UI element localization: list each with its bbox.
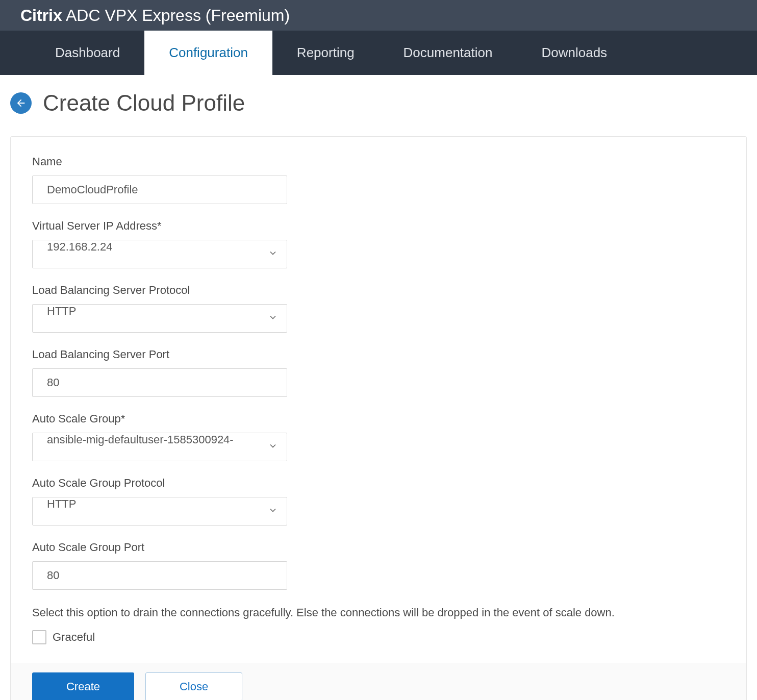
label-graceful: Graceful: [53, 631, 95, 644]
label-name: Name: [32, 155, 725, 168]
close-button[interactable]: Close: [145, 672, 242, 700]
field-lb-port: Load Balancing Server Port: [32, 348, 725, 397]
tab-reporting[interactable]: Reporting: [272, 31, 379, 75]
tab-documentation[interactable]: Documentation: [379, 31, 517, 75]
content-area: Create Cloud Profile Name Virtual Server…: [0, 75, 757, 700]
field-asg-port: Auto Scale Group Port: [32, 541, 725, 590]
brand-rest: ADC VPX Express (Freemium): [62, 6, 290, 24]
label-lb-protocol: Load Balancing Server Protocol: [32, 284, 725, 297]
field-asg-protocol: Auto Scale Group Protocol HTTP: [32, 477, 725, 526]
select-vserver-ip[interactable]: 192.168.2.24: [32, 240, 287, 268]
graceful-hint: Select this option to drain the connecti…: [32, 605, 725, 621]
page-header: Create Cloud Profile: [10, 90, 747, 116]
brand-title: Citrix ADC VPX Express (Freemium): [20, 6, 290, 25]
back-button[interactable]: [10, 92, 32, 114]
field-vserver-ip: Virtual Server IP Address* 192.168.2.24: [32, 219, 725, 268]
tab-configuration[interactable]: Configuration: [144, 31, 272, 75]
field-asg: Auto Scale Group* ansible-mig-defaultuse…: [32, 412, 725, 461]
label-asg: Auto Scale Group*: [32, 412, 725, 426]
select-lb-protocol[interactable]: HTTP: [32, 304, 287, 333]
checkbox-graceful[interactable]: [32, 630, 46, 644]
select-asg-protocol[interactable]: HTTP: [32, 497, 287, 526]
brand-bold: Citrix: [20, 6, 62, 24]
main-nav: Dashboard Configuration Reporting Docume…: [0, 31, 757, 75]
form-container: Name Virtual Server IP Address* 192.168.…: [10, 136, 747, 700]
tab-downloads[interactable]: Downloads: [517, 31, 632, 75]
field-graceful: Graceful: [32, 630, 725, 644]
create-button[interactable]: Create: [32, 672, 134, 700]
page-title: Create Cloud Profile: [43, 90, 245, 116]
tab-dashboard[interactable]: Dashboard: [31, 31, 144, 75]
field-lb-protocol: Load Balancing Server Protocol HTTP: [32, 284, 725, 333]
label-vserver-ip: Virtual Server IP Address*: [32, 219, 725, 233]
select-asg[interactable]: ansible-mig-defaultuser-1585300924-: [32, 433, 287, 461]
input-asg-port[interactable]: [32, 561, 287, 590]
button-row: Create Close: [11, 663, 746, 700]
app-header: Citrix ADC VPX Express (Freemium): [0, 0, 757, 31]
input-name[interactable]: [32, 176, 287, 204]
arrow-left-icon: [15, 97, 27, 109]
label-lb-port: Load Balancing Server Port: [32, 348, 725, 361]
field-name: Name: [32, 155, 725, 204]
label-asg-port: Auto Scale Group Port: [32, 541, 725, 554]
input-lb-port[interactable]: [32, 368, 287, 397]
label-asg-protocol: Auto Scale Group Protocol: [32, 477, 725, 490]
